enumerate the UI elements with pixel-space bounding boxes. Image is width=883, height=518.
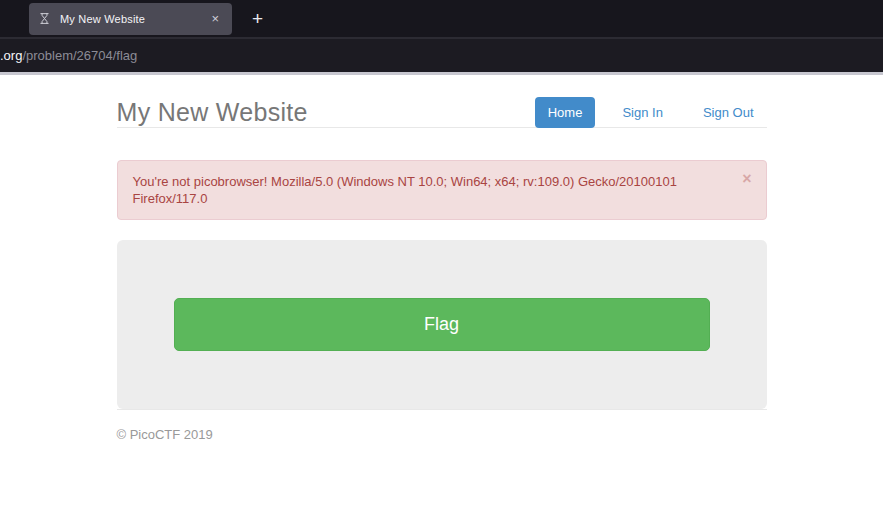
nav-sign-out-link[interactable]: Sign Out <box>690 97 767 128</box>
page-header: My New Website Home Sign In Sign Out <box>117 97 767 127</box>
alert-close-icon[interactable]: × <box>742 171 751 187</box>
main-nav: Home Sign In Sign Out <box>521 97 767 128</box>
jumbotron: Flag <box>117 240 767 409</box>
copyright-text: © PicoCTF 2019 <box>117 427 767 442</box>
footer-divider <box>117 409 767 410</box>
new-tab-button[interactable]: + <box>246 7 269 30</box>
tab-close-icon[interactable]: × <box>207 10 223 27</box>
browser-tab[interactable]: My New Website × <box>29 3 232 35</box>
flag-button[interactable]: Flag <box>174 298 710 351</box>
page-viewport: My New Website Home Sign In Sign Out You… <box>0 75 883 518</box>
url-path: /problem/26704/flag <box>22 48 137 63</box>
tab-title: My New Website <box>60 13 207 25</box>
url-bar[interactable]: .org/problem/26704/flag <box>0 48 137 63</box>
browser-tab-bar: My New Website × + <box>0 0 883 37</box>
nav-home-button[interactable]: Home <box>535 97 596 128</box>
nav-sign-in-link[interactable]: Sign In <box>609 97 675 128</box>
browser-toolbar: .org/problem/26704/flag <box>0 37 883 72</box>
hourglass-icon <box>38 12 52 26</box>
content-container: My New Website Home Sign In Sign Out You… <box>117 75 767 442</box>
alert-message: You're not picobrowser! Mozilla/5.0 (Win… <box>133 173 751 207</box>
danger-alert: You're not picobrowser! Mozilla/5.0 (Win… <box>117 160 767 220</box>
page-title: My New Website <box>117 98 308 127</box>
url-host: .org <box>0 48 22 63</box>
